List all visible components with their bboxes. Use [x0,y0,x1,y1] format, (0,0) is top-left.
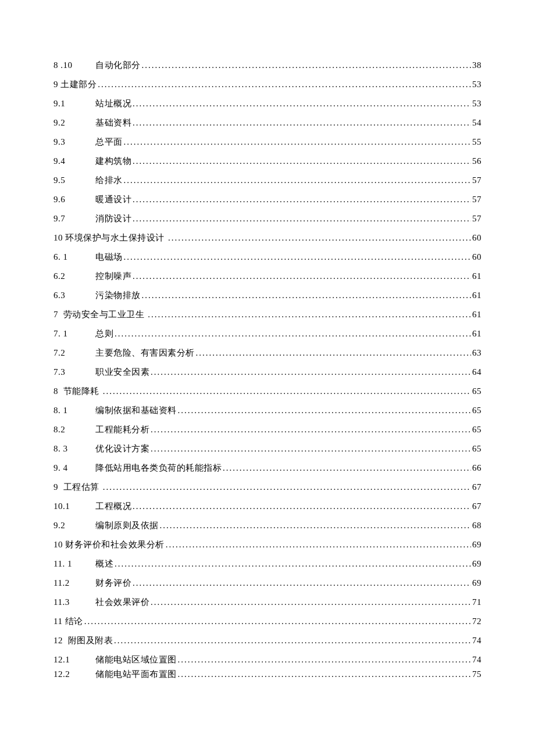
toc-entry-number: 9 [54,80,60,89]
toc-entry-page: 65 [472,425,482,434]
toc-entry: 11.3社会效果评价71 [54,598,482,607]
toc-entry-number: 8. 3 [54,445,95,453]
toc-entry: 8 节能降耗 65 [54,387,482,396]
toc-entry-number: 10 [54,540,65,549]
toc-leader-dots [98,80,471,89]
toc-entry-page: 67 [472,502,482,511]
toc-entry: 12 附图及附表74 [54,636,482,645]
toc-entry-title: 概述 [95,560,113,568]
toc-entry-number: 8.2 [54,425,95,434]
toc-entry-title: 工程概况 [95,502,131,511]
toc-entry-number: 6.2 [54,272,95,281]
toc-entry-page: 64 [472,368,482,377]
toc-entry-page: 74 [472,655,482,664]
toc-entry-title: 暖通设计 [95,195,131,204]
toc-entry-number: 7.3 [54,368,95,377]
toc-entry-title: 优化设计方案 [95,445,149,453]
toc-entry-number: 12.1 [54,655,95,664]
toc-entry-title: 节能降耗 [63,387,102,396]
toc-leader-dots [151,598,471,607]
toc-entry-number: 8 .10 [54,61,95,70]
toc-entry-number: 9 [54,483,63,492]
toc-entry-number: 11 [54,617,65,626]
toc-entry: 10 财务评价和社会效果分析69 [54,540,482,549]
toc-leader-dots [133,119,471,127]
toc-entry-title: 编制原则及依据 [95,521,159,530]
toc-entry-number: 9.2 [54,521,95,530]
toc-entry-title: 总则 [95,329,113,338]
toc-entry-page: 65 [472,406,482,415]
toc-entry-page: 69 [472,560,482,568]
toc-entry: 10.1工程概况67 [54,502,482,511]
toc-entry: 9. 4降低站用电各类负荷的耗能指标66 [54,464,482,472]
toc-entry-title: 总平面 [95,138,123,146]
toc-entry-page: 61 [472,291,482,300]
toc-entry-title: 工程能耗分析 [95,425,149,434]
toc-entry: 9.4建构筑物56 [54,157,482,166]
toc-leader-dots [133,99,471,108]
toc-leader-dots [142,61,472,70]
toc-leader-dots [223,464,471,472]
toc-leader-dots [124,138,472,146]
toc-entry-page: 71 [472,598,482,607]
toc-entry: 9.3总平面55 [54,138,482,146]
toc-entry-page: 61 [472,272,482,281]
toc-entry: 9 工程估算 67 [54,483,482,492]
toc-leader-dots [151,445,471,453]
toc-entry-title: 财务评价和社会效果分析 [65,540,165,549]
toc-leader-dots [166,540,471,549]
toc-entry-number: 12.2 [54,670,95,679]
toc-entry: 8. 3优化设计方案65 [54,445,482,453]
toc-entry: 11 结论72 [54,617,482,626]
toc-entry: 8 .10自动化部分38 [54,61,482,70]
toc-entry-title: 职业安全因素 [95,368,149,377]
toc-entry-page: 69 [472,579,482,587]
toc-leader-dots [133,272,471,281]
toc-entry-title: 建构筑物 [95,157,131,166]
toc-entry-title: 基础资料 [95,119,131,127]
toc-entry-page: 60 [472,234,482,242]
toc-entry-page: 63 [472,349,482,357]
toc-leader-dots [124,253,472,261]
toc-entry: 11.2财务评价69 [54,579,482,587]
toc-leader-dots [196,349,472,357]
toc-entry-number: 8. 1 [54,406,95,415]
toc-entry-number: 10 [54,234,65,242]
toc-entry: 9.7消防设计57 [54,214,482,223]
toc-entry-number: 11.3 [54,598,95,607]
toc-entry: 9.2基础资料54 [54,119,482,127]
table-of-contents: 8 .10自动化部分389 土建部分539.1站址概况539.2基础资料549.… [54,61,482,679]
toc-entry-number: 11.2 [54,579,95,587]
toc-entry: 6.3污染物排放61 [54,291,482,300]
toc-entry-number: 9.5 [54,176,95,185]
toc-entry: 9.2编制原则及依据68 [54,521,482,530]
toc-entry-page: 57 [472,195,482,204]
toc-entry: 8. 1编制依据和基础资料65 [54,406,482,415]
toc-leader-dots [103,483,471,492]
toc-entry: 6. 1电磁场60 [54,253,482,261]
toc-entry-page: 65 [472,387,482,396]
toc-entry: 7.2主要危险、有害因素分析63 [54,349,482,357]
toc-entry-page: 57 [472,214,482,223]
toc-entry-number: 8 [54,387,63,396]
toc-entry-page: 72 [472,617,482,626]
toc-entry-title: 土建部分 [60,80,97,89]
toc-entry-title: 结论 [65,617,83,626]
toc-leader-dots [115,560,471,568]
toc-leader-dots [178,655,472,664]
toc-entry-number: 12 [54,636,68,645]
toc-entry-page: 55 [472,138,482,146]
toc-entry-title: 电磁场 [95,253,123,261]
toc-entry-page: 75 [472,670,482,679]
toc-entry-title: 附图及附表 [68,636,113,645]
toc-entry-number: 9.3 [54,138,95,146]
toc-entry-page: 54 [472,119,482,127]
toc-entry-title: 储能电站平面布置图 [95,670,177,679]
toc-leader-dots [151,425,471,434]
toc-leader-dots [151,368,471,377]
toc-leader-dots [133,579,471,587]
toc-entry-title: 储能电站区域位置图 [95,655,177,664]
toc-entry-page: 68 [472,521,482,530]
toc-entry: 9.6暖通设计57 [54,195,482,204]
toc-entry-title: 社会效果评价 [95,598,149,607]
